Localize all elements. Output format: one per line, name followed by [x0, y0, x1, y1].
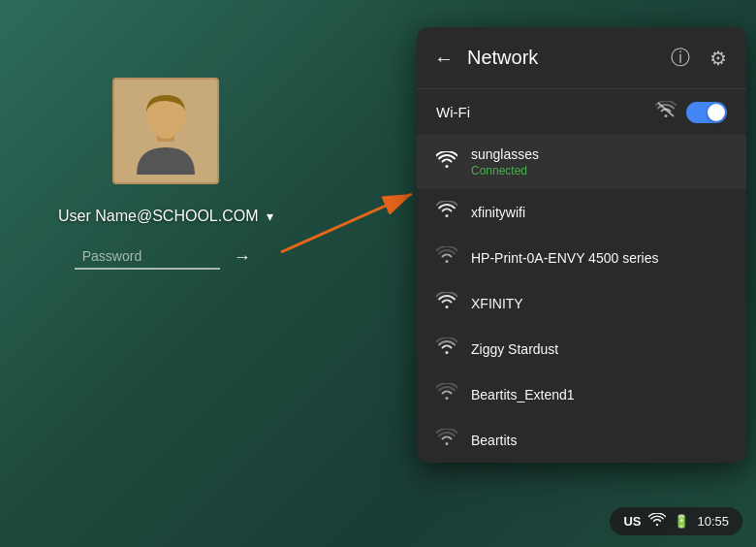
network-item[interactable]: Beartits_Extend1 — [417, 371, 746, 417]
status-country: US — [623, 514, 641, 529]
password-row: → — [75, 244, 257, 270]
network-item[interactable]: xfinitywifi — [417, 189, 746, 235]
network-item[interactable]: XFINITY — [417, 280, 746, 326]
panel-header: ← Network ⓘ ⚙ — [417, 27, 746, 89]
wifi-status-icon — [655, 101, 677, 123]
network-list: sunglasses Connected xfinitywifi — [417, 135, 746, 463]
login-area: User Name@SCHOOL.COM ▾ → — [58, 78, 273, 270]
user-dropdown-chevron[interactable]: ▾ — [267, 209, 273, 224]
info-button[interactable]: ⓘ — [667, 41, 694, 75]
panel-title: Network — [467, 47, 655, 69]
network-panel: ← Network ⓘ ⚙ Wi-Fi — [417, 27, 746, 463]
network-status: Connected — [471, 164, 727, 177]
avatar-image — [122, 87, 209, 175]
status-wifi-icon — [648, 513, 666, 530]
wifi-signal-icon — [436, 201, 457, 223]
wifi-signal-icon — [436, 338, 457, 360]
network-name: Beartits — [471, 433, 727, 448]
network-name: xfinitywifi — [471, 205, 727, 220]
back-button[interactable]: ← — [432, 47, 456, 70]
status-battery-icon: 🔋 — [674, 514, 689, 529]
network-info: sunglasses Connected — [471, 146, 727, 177]
user-name-row: User Name@SCHOOL.COM ▾ — [58, 208, 273, 225]
toggle-knob — [708, 104, 725, 121]
network-item[interactable]: sunglasses Connected — [417, 135, 746, 189]
network-info: XFINITY — [471, 296, 727, 311]
wifi-toggle-area — [655, 101, 727, 123]
wifi-signal-icon — [436, 429, 457, 451]
network-name: XFINITY — [471, 296, 727, 311]
network-info: HP-Print-0A-ENVY 4500 series — [471, 250, 727, 266]
password-input[interactable] — [75, 244, 220, 270]
wifi-signal-icon — [436, 383, 457, 405]
network-info: Beartits_Extend1 — [471, 387, 727, 402]
network-info: xfinitywifi — [471, 205, 727, 220]
network-name: Ziggy Stardust — [471, 341, 727, 357]
settings-button[interactable]: ⚙ — [706, 43, 731, 74]
status-time: 10:55 — [697, 514, 729, 529]
network-item[interactable]: HP-Print-0A-ENVY 4500 series — [417, 235, 746, 280]
svg-point-2 — [151, 104, 180, 139]
wifi-section-header: Wi-Fi — [417, 89, 746, 135]
wifi-section-label: Wi-Fi — [436, 104, 470, 120]
network-name: Beartits_Extend1 — [471, 387, 727, 402]
wifi-signal-icon — [436, 246, 457, 269]
wifi-signal-icon — [436, 151, 457, 174]
network-item[interactable]: Ziggy Stardust — [417, 326, 746, 371]
avatar — [112, 78, 219, 184]
status-bar: US 🔋 10:55 — [610, 507, 742, 535]
network-info: Beartits — [471, 433, 727, 448]
wifi-signal-icon — [436, 292, 457, 314]
wifi-toggle[interactable] — [686, 102, 727, 123]
network-item[interactable]: Beartits — [417, 417, 746, 463]
network-info: Ziggy Stardust — [471, 341, 727, 357]
network-name: sunglasses — [471, 146, 727, 162]
password-submit-button[interactable]: → — [228, 245, 257, 270]
user-name-label: User Name@SCHOOL.COM — [58, 208, 259, 225]
network-name: HP-Print-0A-ENVY 4500 series — [471, 250, 727, 266]
